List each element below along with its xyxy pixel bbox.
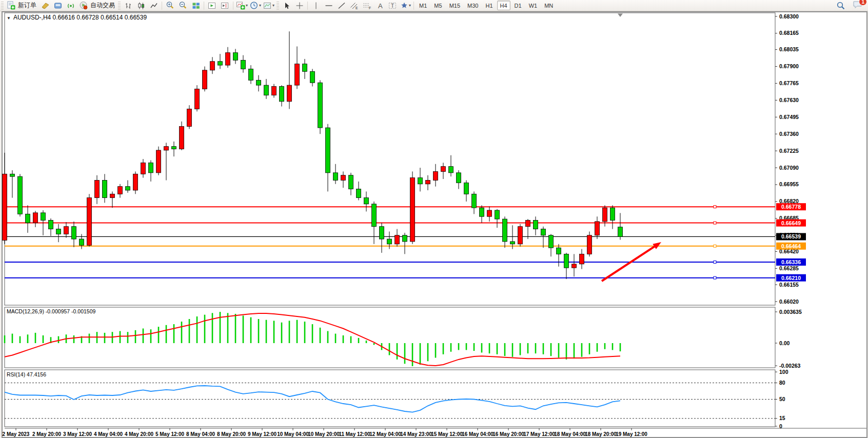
timeframe-button-m15[interactable]: M15 <box>446 1 463 10</box>
candle-down <box>418 178 423 184</box>
candle-down <box>10 174 15 176</box>
timeframe-button-h1[interactable]: H1 <box>482 1 496 10</box>
chart-shift-icon <box>221 2 229 10</box>
bar-chart-button[interactable] <box>122 1 134 10</box>
text-button[interactable]: A <box>373 1 386 10</box>
chart-window: 0.683000.681650.680350.679000.677650.676… <box>2 11 867 438</box>
candle-up <box>164 147 169 150</box>
rsi-tick-label: 100 <box>779 369 788 375</box>
chart-styles-button[interactable] <box>38 1 51 10</box>
svg-text:A: A <box>378 2 383 10</box>
text-icon: A <box>377 2 384 10</box>
trendline-button[interactable] <box>335 1 348 10</box>
price-tick-label: 0.67495 <box>779 114 799 120</box>
new-order-label[interactable]: 新订单 <box>18 1 36 10</box>
line-handle-0.66464[interactable] <box>714 245 716 247</box>
candle-up <box>433 171 438 180</box>
signals-button[interactable] <box>64 1 77 10</box>
terminal-button[interactable] <box>51 1 64 10</box>
toolbar-grip[interactable] <box>277 2 279 10</box>
rsi-tick-label: 50 <box>779 396 785 402</box>
toolbar-grip[interactable] <box>1 2 4 10</box>
candle-down <box>372 204 377 227</box>
candlestick-chart-button[interactable] <box>134 1 147 10</box>
vertical-line-button[interactable] <box>309 1 322 10</box>
zoom-in-button[interactable] <box>164 1 176 10</box>
signal-icon <box>67 2 75 10</box>
new-order-icon <box>7 1 15 10</box>
svg-text:F: F <box>369 6 371 10</box>
search-icon[interactable] <box>836 1 845 10</box>
candle-up <box>156 150 161 173</box>
price-badge-label: 0.66464 <box>781 243 801 249</box>
macd-indicator-label: MACD(12,26,9) -0.000957 -0.001509 <box>7 308 95 314</box>
candle-up <box>410 178 415 242</box>
candle-down <box>18 176 23 214</box>
price-tick-label: 0.67900 <box>779 63 799 69</box>
text-label-button[interactable]: T <box>386 1 399 10</box>
line-handle-0.66649[interactable] <box>714 222 716 224</box>
price-tick-label: 0.67630 <box>779 97 799 103</box>
toolbar-separator <box>413 2 414 10</box>
arrows-objects-button[interactable]: ▾ <box>399 1 412 10</box>
autotrading-icon <box>79 1 88 10</box>
time-tick-label: 2 May 2023 <box>3 431 30 437</box>
candle-down <box>610 208 615 220</box>
candle-up <box>426 180 430 184</box>
timeframe-button-m5[interactable]: M5 <box>431 1 445 10</box>
timeframe-button-m1[interactable]: M1 <box>416 1 430 10</box>
chart-expand-arrow[interactable]: ▼ <box>7 16 11 21</box>
autotrading-button[interactable] <box>77 1 90 10</box>
zoom-out-button[interactable] <box>176 1 189 10</box>
notifications-button[interactable]: 1 <box>853 0 863 11</box>
price-badge-label: 0.66649 <box>781 220 801 226</box>
candle-down <box>249 69 253 80</box>
indicators-dropdown-caret: ▾ <box>246 3 248 8</box>
chart-canvas[interactable]: 0.683000.681650.680350.679000.677650.676… <box>2 12 867 437</box>
candle-up <box>226 53 230 65</box>
timeframe-button-h4[interactable]: H4 <box>497 1 510 10</box>
chart-shift-button[interactable] <box>219 1 231 10</box>
timeframe-button-mn[interactable]: MN <box>541 1 556 10</box>
line-chart-button[interactable] <box>147 1 160 10</box>
candle-up <box>287 85 292 102</box>
new-order-button[interactable] <box>5 1 17 10</box>
candle-down <box>103 180 107 197</box>
periods-button[interactable]: ▾ <box>249 1 262 10</box>
horizontal-line-button[interactable] <box>322 1 335 10</box>
candle-down <box>218 62 223 65</box>
line-handle-0.66336[interactable] <box>714 261 716 263</box>
timeframe-button-d1[interactable]: D1 <box>511 1 525 10</box>
candle-down <box>618 227 623 237</box>
cursor-button[interactable] <box>280 1 293 10</box>
toolbar-grip[interactable] <box>118 2 121 10</box>
templates-button[interactable]: ▾ <box>262 1 275 10</box>
timeframe-button-m30[interactable]: M30 <box>464 1 481 10</box>
fibonacci-button[interactable]: F <box>361 1 373 10</box>
candle-down <box>387 239 392 244</box>
auto-scroll-button[interactable] <box>206 1 219 10</box>
tile-windows-button[interactable] <box>189 1 202 10</box>
timeframe-button-w1[interactable]: W1 <box>526 1 541 10</box>
time-tick-label: 8 May 20:00 <box>217 431 246 437</box>
candle-down <box>241 60 246 69</box>
candle-down <box>280 87 284 102</box>
time-tick-label: 10 May 20:00 <box>308 431 340 437</box>
line-handle-0.66778[interactable] <box>714 206 716 208</box>
candle-down <box>449 167 453 173</box>
time-tick-label: 2 May 20:00 <box>32 431 62 437</box>
toolbar-separator <box>162 2 162 10</box>
equidistant-channel-button[interactable]: E <box>348 1 361 10</box>
candle-up <box>180 127 184 149</box>
candle-up <box>133 174 138 190</box>
candle-down <box>510 242 515 244</box>
chart-title: AUDUSD-,H4 0.66616 0.66728 0.66514 0.665… <box>13 14 147 21</box>
candle-up <box>526 220 530 226</box>
crosshair-button[interactable] <box>293 1 306 10</box>
autotrading-label[interactable]: 自动交易 <box>90 1 115 10</box>
main-price-panel[interactable] <box>5 13 775 305</box>
template-icon <box>263 2 272 10</box>
zoom-out-icon <box>179 1 187 10</box>
line-handle-0.66210[interactable] <box>714 276 716 279</box>
indicators-button[interactable]: ▾ <box>235 1 249 10</box>
